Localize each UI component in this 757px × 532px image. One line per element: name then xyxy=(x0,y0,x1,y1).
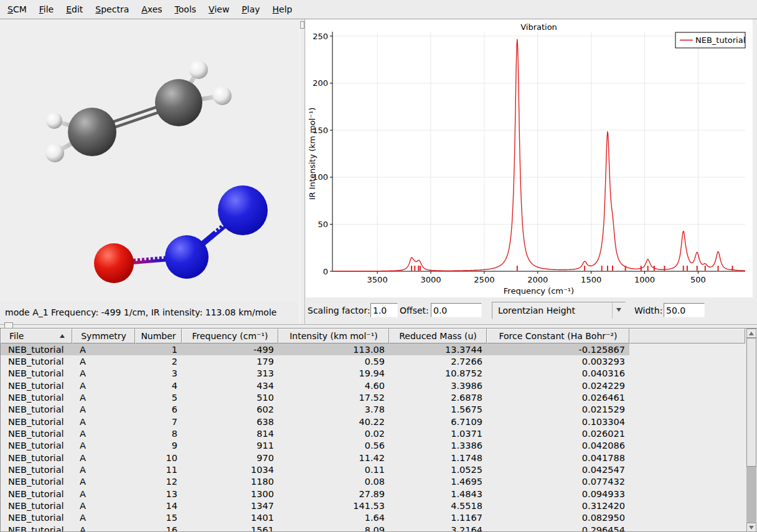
scrollbar-thumb[interactable] xyxy=(746,338,756,467)
atom-c[interactable] xyxy=(68,108,116,156)
atom-c[interactable] xyxy=(155,79,202,126)
menu-view[interactable]: View xyxy=(202,2,235,17)
cell-force: 0.082950 xyxy=(487,512,629,524)
cell-number: 3 xyxy=(135,368,182,380)
scaling-factor-input[interactable] xyxy=(370,303,398,317)
table-row[interactable]: NEB_tutorialA1-499113.0813.3744-0.125867 xyxy=(1,343,757,355)
cell-symmetry: A xyxy=(72,440,135,452)
cell-intensity: 27.89 xyxy=(278,488,389,500)
table-row[interactable]: NEB_tutorialA1110340.111.05250.042547 xyxy=(1,464,757,475)
svg-text:0: 0 xyxy=(323,267,328,276)
svg-text:3000: 3000 xyxy=(420,275,441,284)
menu-axes[interactable]: Axes xyxy=(135,2,168,17)
cell-reduced: 2.6878 xyxy=(389,391,487,403)
cell-force: 0.077432 xyxy=(487,476,629,488)
chevron-down-icon xyxy=(616,308,621,312)
cell-force: 0.040316 xyxy=(487,368,629,380)
cell-frequency: 1561 xyxy=(182,524,278,532)
column-header-reduced[interactable]: Reduced Mass (u) xyxy=(389,329,487,343)
atom-h[interactable] xyxy=(189,60,208,79)
vertical-splitter-grip[interactable] xyxy=(300,21,304,29)
table-row[interactable]: NEB_tutorialA763840.226.71090.103304 xyxy=(1,416,757,427)
lineshape-combobox[interactable]: Lorentzian Height xyxy=(492,302,626,319)
scaling-factor-label: Scaling factor: xyxy=(308,306,370,315)
combobox-arrow-button[interactable] xyxy=(612,302,625,319)
table-row[interactable]: NEB_tutorialA551017.522.68780.026461 xyxy=(1,391,757,403)
lineshape-combobox-value: Lorentzian Height xyxy=(498,306,575,315)
cell-file: NEB_tutorial xyxy=(1,512,72,524)
cell-symmetry: A xyxy=(72,500,135,511)
molecule-3d-scene[interactable] xyxy=(0,19,299,303)
menu-edit[interactable]: Edit xyxy=(60,2,89,17)
atom-h[interactable] xyxy=(46,113,62,129)
table-row[interactable]: NEB_tutorialA331319.9410.87520.040316 xyxy=(1,368,757,380)
cell-force: 0.042547 xyxy=(487,464,629,475)
table-body: NEB_tutorialA1-499113.0813.3744-0.125867… xyxy=(1,343,757,532)
column-header-force[interactable]: Force Constant (Ha Bohr⁻²) xyxy=(487,329,629,343)
modes-table: FileSymmetryNumberFrequency (cm⁻¹)Intens… xyxy=(0,328,757,532)
cell-reduced: 2.7266 xyxy=(389,355,487,367)
cell-number: 12 xyxy=(135,476,182,488)
atom-h[interactable] xyxy=(45,144,64,162)
column-header-intensity[interactable]: Intensity (km mol⁻¹) xyxy=(278,329,389,343)
offset-input[interactable] xyxy=(431,303,482,317)
cell-number: 2 xyxy=(135,355,182,367)
cell-frequency: 179 xyxy=(182,355,278,367)
table-row[interactable]: NEB_tutorialA44344.603.39860.024229 xyxy=(1,380,757,391)
table-row[interactable]: NEB_tutorialA99110.561.33860.042086 xyxy=(1,440,757,452)
width-input[interactable] xyxy=(664,303,705,317)
table-row[interactable]: NEB_tutorialA1097011.421.17480.041788 xyxy=(1,452,757,464)
table-scrollbar[interactable] xyxy=(746,329,756,532)
cell-force: 0.103304 xyxy=(487,416,629,427)
menu-file[interactable]: File xyxy=(33,2,60,17)
svg-text:2500: 2500 xyxy=(474,275,494,284)
menu-help[interactable]: Help xyxy=(266,2,299,17)
column-header-frequency[interactable]: Frequency (cm⁻¹) xyxy=(182,329,278,343)
legend-label: NEB_tutorial xyxy=(695,35,745,45)
svg-text:Frequency (cm⁻¹): Frequency (cm⁻¹) xyxy=(504,286,574,296)
atom-n[interactable] xyxy=(218,185,268,235)
cell-frequency: 1347 xyxy=(182,500,278,511)
atom-h[interactable] xyxy=(213,86,232,105)
table-row[interactable]: NEB_tutorialA1211800.081.46950.077432 xyxy=(1,476,757,488)
spectrum-chart[interactable]: 3500300025002000150010005000501001502002… xyxy=(306,19,753,297)
cell-file: NEB_tutorial xyxy=(1,404,72,416)
menu-tools[interactable]: Tools xyxy=(169,2,203,17)
cell-frequency: 1401 xyxy=(182,512,278,524)
cell-frequency: 1300 xyxy=(182,488,278,500)
vertical-splitter[interactable] xyxy=(299,19,305,324)
column-header-number[interactable]: Number xyxy=(135,329,182,343)
cell-frequency: 1034 xyxy=(182,464,278,475)
cell-force: -0.125867 xyxy=(487,343,629,355)
table-row[interactable]: NEB_tutorialA1615618.093.21640.296454 xyxy=(1,524,757,532)
column-header-file[interactable]: File xyxy=(1,329,72,343)
scrollbar-down-button[interactable] xyxy=(746,523,756,532)
cell-reduced: 6.7109 xyxy=(389,416,487,427)
spectra-window: SCMFileEditSpectraAxesToolsViewPlayHelp … xyxy=(0,0,757,532)
cell-number: 11 xyxy=(135,464,182,475)
svg-text:50: 50 xyxy=(317,220,328,229)
scrollbar-up-button[interactable] xyxy=(746,329,756,338)
cell-file: NEB_tutorial xyxy=(1,464,72,475)
menu-scm[interactable]: SCM xyxy=(1,2,33,17)
cell-force: 0.026021 xyxy=(487,427,629,439)
atom-n[interactable] xyxy=(165,235,209,279)
cell-reduced: 1.1167 xyxy=(389,512,487,524)
table-row[interactable]: NEB_tutorialA21790.592.72660.003293 xyxy=(1,355,757,367)
table-row[interactable]: NEB_tutorialA66023.781.56750.021529 xyxy=(1,404,757,416)
cell-file: NEB_tutorial xyxy=(1,500,72,511)
table-row[interactable]: NEB_tutorialA13130027.891.48430.094933 xyxy=(1,488,757,500)
menu-play[interactable]: Play xyxy=(235,2,266,17)
table-row[interactable]: NEB_tutorialA88140.021.03710.026021 xyxy=(1,427,757,439)
table-row[interactable]: NEB_tutorialA141347141.534.55180.312420 xyxy=(1,500,757,511)
atom-o[interactable] xyxy=(94,243,134,283)
cell-symmetry: A xyxy=(72,343,135,355)
vibration-plot[interactable]: 3500300025002000150010005000501001502002… xyxy=(306,19,753,297)
table-row[interactable]: NEB_tutorialA1514011.641.11670.082950 xyxy=(1,512,757,524)
svg-text:1000: 1000 xyxy=(634,275,655,284)
cell-frequency: 602 xyxy=(182,404,278,416)
column-header-symmetry[interactable]: Symmetry xyxy=(72,329,135,343)
menu-spectra[interactable]: Spectra xyxy=(89,2,135,17)
cell-reduced: 1.0371 xyxy=(389,427,487,439)
molecule-viewer[interactable] xyxy=(0,19,299,303)
